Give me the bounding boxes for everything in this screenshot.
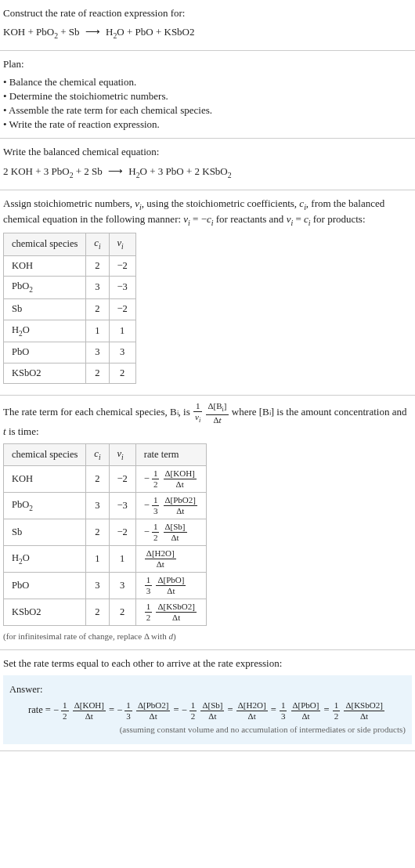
- final-heading: Set the rate terms equal to each other t…: [3, 656, 412, 671]
- answer-assumption: (assuming constant volume and no accumul…: [9, 724, 406, 736]
- rate-expression: rate = −12 Δ[KOH]Δt = −13 Δ[PbO2]Δt = −1…: [9, 701, 406, 721]
- stoich-table: chemical species ci νi KOH2−2 PbO23−3 Sb…: [3, 233, 136, 384]
- rate-terms-table: chemical species ci νi rate term KOH 2 −…: [3, 443, 207, 627]
- table-row: PbO 3 3 13 Δ[PbO]Δt: [4, 573, 207, 599]
- balanced-equation: 2 KOH + 3 PbO2 + 2 Sb ⟶ H2O + 3 PbO + 2 …: [3, 165, 412, 180]
- plan-section: Plan: Balance the chemical equation. Det…: [0, 51, 415, 139]
- table-row: H2O 1 1 Δ[H2O]Δt: [4, 546, 207, 573]
- answer-label: Answer:: [9, 683, 406, 697]
- stoich-intro: Assign stoichiometric numbers, νi, using…: [3, 197, 412, 228]
- col-vi: νi: [109, 233, 135, 256]
- rate-terms-section: The rate term for each chemical species,…: [0, 396, 415, 650]
- table-header-row: chemical species ci νi rate term: [4, 443, 207, 466]
- plan-item: Write the rate of reaction expression.: [3, 118, 412, 132]
- table-row: Sb2−2: [4, 299, 136, 320]
- construct-prompt: Construct the rate of reaction expressio…: [3, 6, 412, 20]
- rate-terms-intro: The rate term for each chemical species,…: [3, 402, 412, 439]
- table-row: Sb 2 −2 −12 Δ[Sb]Δt: [4, 519, 207, 546]
- col-species: chemical species: [4, 443, 86, 466]
- intro-section: Construct the rate of reaction expressio…: [0, 0, 415, 51]
- col-vi: νi: [109, 443, 135, 466]
- col-ci: ci: [86, 233, 109, 256]
- plan-item: Balance the chemical equation.: [3, 75, 412, 89]
- table-row: KOH2−2: [4, 255, 136, 277]
- balanced-section: Write the balanced chemical equation: 2 …: [0, 139, 415, 190]
- frac-1-over-vi: 1νi: [193, 402, 202, 424]
- stoich-section: Assign stoichiometric numbers, νi, using…: [0, 190, 415, 396]
- plan-list: Balance the chemical equation. Determine…: [3, 75, 412, 132]
- plan-item: Determine the stoichiometric numbers.: [3, 89, 412, 103]
- plan-item: Assemble the rate term for each chemical…: [3, 103, 412, 118]
- balanced-heading: Write the balanced chemical equation:: [3, 145, 412, 159]
- table-row: KSbO222: [4, 363, 136, 384]
- table-row: H2O11: [4, 320, 136, 342]
- col-rate-term: rate term: [135, 443, 206, 466]
- table-header-row: chemical species ci νi: [4, 233, 136, 256]
- answer-box: Answer: rate = −12 Δ[KOH]Δt = −13 Δ[PbO2…: [3, 675, 412, 744]
- table-row: PbO2 3 −3 −13 Δ[PbO2]Δt: [4, 493, 207, 519]
- unbalanced-equation: KOH + PbO2 + Sb ⟶ H2O + PbO + KSbO2: [3, 25, 412, 41]
- rate-terms-footnote: (for infinitesimal rate of change, repla…: [3, 631, 412, 642]
- col-ci: ci: [86, 443, 109, 466]
- plan-heading: Plan:: [3, 57, 412, 71]
- col-species: chemical species: [4, 233, 86, 256]
- table-row: KSbO2 2 2 12 Δ[KSbO2]Δt: [4, 599, 207, 626]
- table-row: KOH 2 −2 −12 Δ[KOH]Δt: [4, 466, 207, 493]
- table-row: PbO23−3: [4, 277, 136, 299]
- frac-dBi-dt: Δ[Bi]Δt: [206, 402, 228, 424]
- table-row: PbO33: [4, 342, 136, 363]
- final-section: Set the rate terms equal to each other t…: [0, 650, 415, 751]
